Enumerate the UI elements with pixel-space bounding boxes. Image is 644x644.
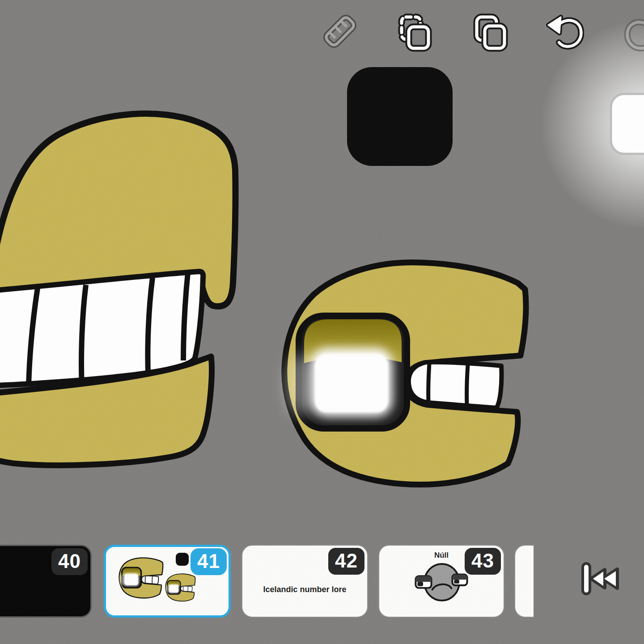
frame-caption: Icelandic number lore xyxy=(242,585,367,594)
skip-to-start-button[interactable] xyxy=(580,562,623,599)
paste-icon xyxy=(395,13,435,53)
frame-thumbnail-43[interactable]: Núll 43 xyxy=(378,545,504,618)
redo-button[interactable] xyxy=(624,13,644,53)
animation-app: 40 41 Icelandic number lore 42 Núll xyxy=(0,0,644,644)
yellow-character-glowing-eye xyxy=(284,263,526,485)
ruler-icon xyxy=(320,12,360,51)
undo-icon xyxy=(545,12,584,51)
giant-open-mouth-character xyxy=(0,114,236,465)
frame-number-badge: 42 xyxy=(328,548,364,575)
ruler-tool-button[interactable] xyxy=(320,12,360,51)
frame-thumbnail-partial[interactable] xyxy=(514,545,534,618)
frames-timeline: 40 41 Icelandic number lore 42 Núll xyxy=(0,545,534,619)
frame-thumbnail-41-selected[interactable]: 41 xyxy=(104,545,231,618)
frame-number-badge: 41 xyxy=(191,548,227,575)
frame-thumbnail-40[interactable]: 40 xyxy=(0,545,92,618)
copy-button[interactable] xyxy=(471,13,511,53)
black-rounded-square xyxy=(347,67,453,166)
frame-thumbnail-42[interactable]: Icelandic number lore 42 xyxy=(242,545,368,618)
redo-icon xyxy=(624,13,644,53)
frame-number-badge: 40 xyxy=(51,548,88,575)
skip-to-first-frame-icon xyxy=(580,562,623,599)
copy-icon xyxy=(471,13,511,53)
undo-button[interactable] xyxy=(545,12,584,51)
frame-number-badge: 43 xyxy=(465,548,501,575)
paste-button[interactable] xyxy=(395,13,435,53)
